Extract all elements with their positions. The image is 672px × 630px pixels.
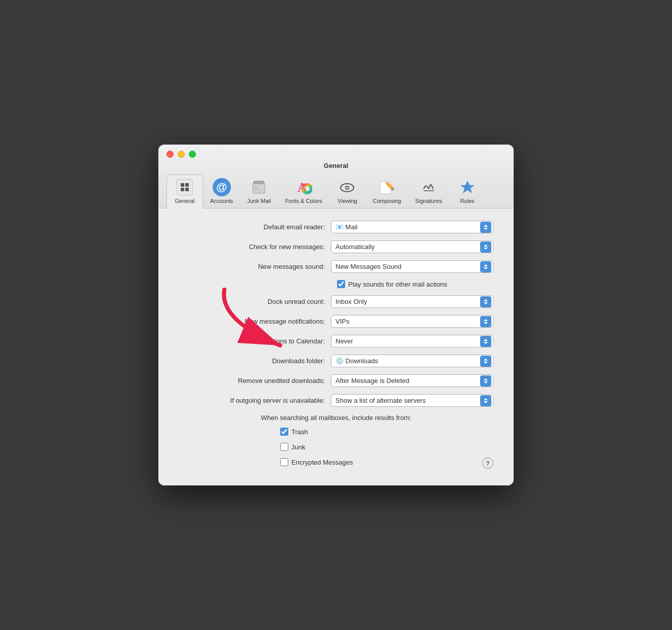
include-junk-checkbox[interactable] (280, 443, 288, 451)
svg-rect-1 (185, 183, 189, 187)
svg-rect-0 (181, 183, 184, 187)
downloads-folder-select[interactable]: 💿 Downloads (331, 355, 493, 367)
fontscolors-icon: A (294, 178, 313, 196)
new-message-notifications-row: New message notifications: VIPs (179, 315, 493, 328)
svg-text:×: × (254, 186, 258, 191)
check-new-messages-select-wrapper: Automatically (331, 240, 493, 253)
svg-rect-2 (181, 188, 184, 191)
junkmail-icon: × (250, 178, 268, 196)
include-trash-checkbox[interactable] (280, 428, 288, 436)
rules-icon (458, 178, 477, 196)
default-email-reader-label: Default email reader: (179, 223, 331, 231)
remove-unedited-downloads-label: Remove unedited downloads: (179, 377, 331, 384)
default-email-reader-select[interactable]: 📧 Mail (331, 221, 493, 233)
default-email-reader-select-wrapper: 📧 Mail (331, 221, 493, 233)
new-message-notifications-select[interactable]: VIPs (331, 315, 493, 328)
composing-icon (378, 178, 396, 196)
svg-point-11 (303, 185, 311, 193)
window-controls (166, 151, 196, 158)
settings-panel: Default email reader: 📧 Mail Check for n… (158, 208, 514, 485)
maximize-button[interactable] (189, 151, 196, 158)
tab-composing[interactable]: Composing (365, 175, 408, 208)
outgoing-server-select-wrapper: Show a list of alternate servers (331, 394, 493, 407)
tab-junkmail[interactable]: × Junk Mail (240, 175, 278, 208)
signatures-icon (419, 178, 438, 196)
add-invitations-row: Add invitations to Calendar: Never (179, 335, 493, 347)
play-sounds-checkbox[interactable] (337, 280, 345, 288)
svg-point-14 (346, 187, 348, 189)
add-invitations-label: Add invitations to Calendar: (179, 337, 331, 345)
include-junk-row: Junk (280, 443, 493, 451)
new-messages-sound-row: New messages sound: New Messages Sound (179, 260, 493, 273)
new-messages-sound-select[interactable]: New Messages Sound (331, 260, 493, 273)
tab-composing-label: Composing (373, 198, 401, 204)
downloads-folder-select-wrapper: 💿 Downloads (331, 355, 493, 367)
outgoing-server-control: Show a list of alternate servers (331, 394, 493, 407)
window-title: General (324, 162, 348, 169)
tab-fontscolors-label: Fonts & Colors (285, 198, 322, 204)
add-invitations-select-wrapper: Never (331, 335, 493, 347)
tab-accounts-label: Accounts (210, 198, 233, 204)
close-button[interactable] (166, 151, 174, 158)
new-messages-sound-select-wrapper: New Messages Sound (331, 260, 493, 273)
outgoing-server-row: If outgoing server is unavailable: Show … (179, 394, 493, 407)
remove-unedited-downloads-row: Remove unedited downloads: After Message… (179, 374, 493, 387)
tab-accounts[interactable]: @ Accounts (203, 175, 240, 208)
new-messages-sound-control: New Messages Sound (331, 260, 493, 273)
tab-signatures-label: Signatures (415, 198, 442, 204)
include-encrypted-checkbox[interactable] (280, 458, 288, 466)
main-window: General General (158, 145, 514, 485)
help-button[interactable]: ? (482, 458, 493, 469)
include-junk-label: Junk (291, 443, 305, 451)
svg-marker-22 (460, 181, 475, 193)
check-new-messages-select[interactable]: Automatically (331, 240, 493, 253)
tab-rules-label: Rules (460, 198, 475, 204)
new-message-notifications-select-wrapper: VIPs (331, 315, 493, 328)
remove-unedited-downloads-select[interactable]: After Message is Deleted (331, 374, 493, 387)
play-sounds-label: Play sounds for other mail actions (348, 281, 447, 288)
tab-rules[interactable]: Rules (449, 175, 486, 208)
tab-junkmail-label: Junk Mail (247, 198, 271, 204)
svg-rect-6 (254, 181, 264, 184)
include-trash-label: Trash (291, 428, 308, 436)
include-trash-row: Trash (280, 428, 493, 436)
dock-unread-count-select-wrapper: Inbox Only (331, 295, 493, 308)
toolbar: General @ Accounts × (166, 174, 506, 208)
dock-unread-count-select[interactable]: Inbox Only (331, 295, 493, 308)
remove-unedited-downloads-select-wrapper: After Message is Deleted (331, 374, 493, 387)
play-sounds-row: Play sounds for other mail actions (337, 280, 493, 288)
tab-fontscolors[interactable]: A Fonts & Colors (278, 175, 329, 208)
downloads-folder-label: Downloads folder: (179, 357, 331, 365)
default-email-reader-row: Default email reader: 📧 Mail (179, 221, 493, 233)
tab-signatures[interactable]: Signatures (408, 175, 449, 208)
check-new-messages-control: Automatically (331, 240, 493, 253)
downloads-folder-row: Downloads folder: 💿 Downloads (179, 355, 493, 367)
viewing-icon (338, 178, 356, 196)
accounts-icon: @ (213, 178, 231, 196)
include-encrypted-label: Encrypted Messages (291, 459, 353, 466)
add-invitations-control: Never (331, 335, 493, 347)
add-invitations-select[interactable]: Never (331, 335, 493, 347)
new-messages-sound-label: New messages sound: (179, 263, 331, 270)
minimize-button[interactable] (178, 151, 185, 158)
dock-unread-count-label: Dock unread count: (179, 298, 331, 305)
tab-general-label: General (175, 198, 194, 204)
outgoing-server-select[interactable]: Show a list of alternate servers (331, 394, 493, 407)
dock-unread-count-row: Dock unread count: Inbox Only (179, 295, 493, 308)
tab-general[interactable]: General (166, 174, 203, 208)
svg-rect-17 (389, 182, 391, 184)
tab-viewing-label: Viewing (338, 198, 357, 204)
svg-rect-3 (185, 188, 189, 191)
default-email-reader-control: 📧 Mail (331, 221, 493, 233)
check-new-messages-row: Check for new messages: Automatically (179, 240, 493, 253)
check-new-messages-label: Check for new messages: (179, 243, 331, 251)
title-bar: General General (158, 145, 514, 208)
outgoing-server-label: If outgoing server is unavailable: (179, 397, 331, 404)
tab-viewing[interactable]: Viewing (329, 175, 365, 208)
downloads-folder-control: 💿 Downloads (331, 355, 493, 367)
remove-unedited-downloads-control: After Message is Deleted (331, 374, 493, 387)
new-message-notifications-control: VIPs (331, 315, 493, 328)
search-section-header: When searching all mailboxes, include re… (179, 414, 493, 422)
general-icon (176, 178, 194, 196)
include-encrypted-row: Encrypted Messages ? (280, 458, 493, 466)
